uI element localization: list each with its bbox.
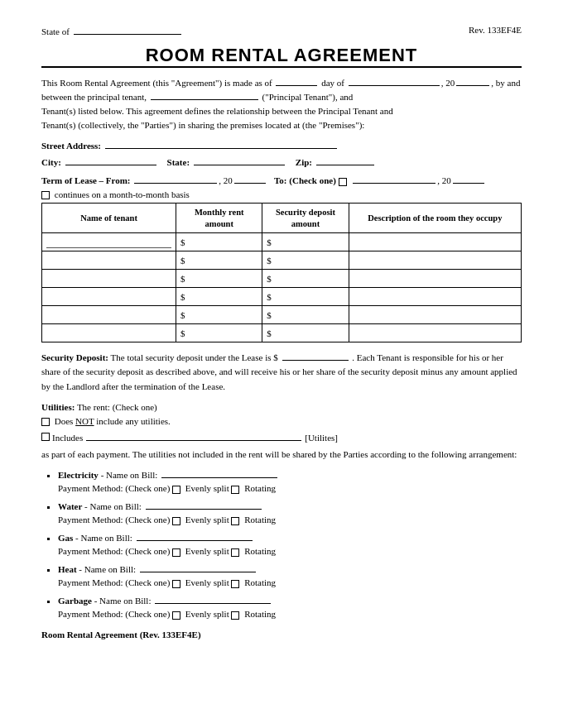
utilities-includes-field [86, 431, 301, 441]
tenant-name-cell [42, 324, 176, 342]
includes-utilities-checkbox[interactable] [41, 433, 50, 441]
rent-cell: $ [176, 233, 262, 251]
security-section: Security Deposit: The total security dep… [41, 351, 522, 393]
electricity-name-field [161, 468, 277, 478]
address-section: Street Address: City: State: Zip: [41, 139, 522, 167]
deposit-cell: $ [262, 324, 349, 342]
heat-rotating-checkbox[interactable] [231, 580, 239, 588]
rev-label: Rev. 133EF4E [469, 25, 522, 36]
rent-cell: $ [176, 306, 262, 324]
room-desc-cell [349, 288, 521, 306]
intro-paragraph: This Room Rental Agreement (this "Agreem… [41, 76, 522, 132]
utilities-option1: Does NOT include any utilities. [41, 414, 522, 429]
table-row: $ $ [42, 288, 522, 306]
city-state-zip-row: City: State: Zip: [41, 156, 522, 167]
room-desc-cell [349, 324, 521, 342]
tenant-name-cell [42, 270, 176, 288]
deposit-cell: $ [262, 270, 349, 288]
utilities-section: Utilities: The rent: (Check one) Does NO… [41, 400, 522, 462]
title-section: ROOM RENTAL AGREEMENT [41, 45, 522, 68]
list-item: Garbage - Name on Bill: Payment Method: … [58, 594, 522, 621]
gas-rotating-checkbox[interactable] [231, 548, 239, 557]
gas-evenly-checkbox[interactable] [172, 548, 180, 557]
state-address-field [194, 156, 285, 165]
heat-evenly-checkbox[interactable] [172, 580, 180, 588]
room-desc-cell [349, 251, 521, 270]
table-header-row: Name of tenant Monthly rent amount Secur… [42, 204, 522, 233]
from-year-field [234, 174, 266, 184]
utility-list: Electricity - Name on Bill: Payment Meth… [58, 468, 522, 621]
deposit-cell: $ [262, 251, 349, 270]
tenant-name-cell [42, 251, 176, 270]
main-title: ROOM RENTAL AGREEMENT [41, 45, 522, 66]
list-item: Electricity - Name on Bill: Payment Meth… [58, 468, 522, 496]
table-row: $ $ [42, 306, 522, 324]
zip-field [316, 156, 374, 165]
footer: Room Rental Agreement (Rev. 133EF4E) [41, 630, 522, 639]
deposit-cell: $ [262, 306, 349, 324]
tenant-name-cell [42, 306, 176, 324]
tenant-name-cell [42, 233, 176, 251]
day-field [276, 76, 317, 86]
garbage-rotating-checkbox[interactable] [231, 611, 239, 620]
water-name-field [146, 500, 262, 510]
rent-cell: $ [176, 251, 262, 270]
col-room-desc: Description of the room they occupy [349, 204, 521, 233]
gas-name-field [137, 531, 253, 541]
month-checkbox[interactable] [41, 191, 50, 199]
garbage-name-field [155, 594, 271, 604]
no-utilities-checkbox[interactable] [41, 418, 50, 426]
street-row: Street Address: [41, 139, 522, 151]
table-row: $ $ [42, 270, 522, 288]
room-desc-cell [349, 306, 521, 324]
year-field [456, 76, 489, 86]
table-row: $ $ [42, 251, 522, 270]
water-rotating-checkbox[interactable] [231, 517, 239, 525]
security-amount-field [282, 351, 349, 361]
term-section: Term of Lease – From: , 20 To: (Check on… [41, 174, 522, 185]
to-date-field [353, 174, 435, 184]
col-tenant-name: Name of tenant [42, 204, 176, 233]
to-checkbox[interactable] [339, 178, 347, 186]
utilities-option2: Includes [Utilites] [41, 431, 522, 445]
col-security-deposit: Security deposit amount [262, 204, 349, 233]
garbage-evenly-checkbox[interactable] [172, 611, 180, 620]
tenant-table: Name of tenant Monthly rent amount Secur… [41, 203, 522, 342]
street-field [105, 139, 337, 149]
from-date-field [134, 174, 217, 184]
electricity-evenly-checkbox[interactable] [172, 486, 180, 494]
water-evenly-checkbox[interactable] [172, 517, 180, 525]
city-field [65, 156, 156, 165]
month-to-month-row: continues on a month-to-month basis [41, 189, 522, 199]
list-item: Heat - Name on Bill: Payment Method: (Ch… [58, 563, 522, 590]
rent-cell: $ [176, 324, 262, 342]
principal-tenant-field [151, 90, 258, 100]
col-monthly-rent: Monthly rent amount [176, 204, 262, 233]
list-item: Gas - Name on Bill: Payment Method: (Che… [58, 531, 522, 558]
electricity-rotating-checkbox[interactable] [231, 486, 239, 494]
table-row: $ $ [42, 324, 522, 342]
utilities-arrangement-text: as part of each payment. The utilities n… [41, 448, 522, 462]
tenant-name-cell [42, 288, 176, 306]
state-field [74, 25, 181, 35]
rent-cell: $ [176, 288, 262, 306]
utilities-intro: Utilities: The rent: (Check one) [41, 400, 522, 414]
to-year-field [453, 174, 484, 184]
rent-cell: $ [176, 270, 262, 288]
room-desc-cell [349, 233, 521, 251]
deposit-cell: $ [262, 288, 349, 306]
month-field [349, 76, 440, 86]
table-row: $ $ [42, 233, 522, 251]
room-desc-cell [349, 270, 521, 288]
deposit-cell: $ [262, 233, 349, 251]
list-item: Water - Name on Bill: Payment Method: (C… [58, 500, 522, 527]
state-label: State of [41, 25, 183, 36]
heat-name-field [140, 563, 256, 572]
header: State of Rev. 133EF4E [41, 25, 522, 36]
